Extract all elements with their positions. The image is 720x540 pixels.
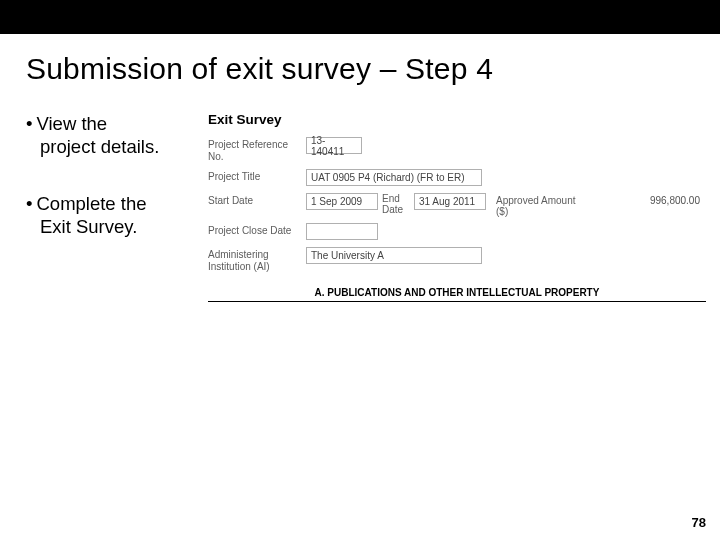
content-row: •View the project details. •Complete the… [0, 112, 720, 302]
label-project-title: Project Title [208, 169, 306, 183]
bullet-2-line1: Complete the [36, 193, 146, 214]
bullet-marker: • [26, 112, 32, 135]
form-heading: Exit Survey [208, 112, 706, 127]
field-project-ref[interactable]: 13-140411 [306, 137, 362, 154]
label-project-ref: Project Reference No. [208, 137, 306, 163]
bullet-1-line1: View the [36, 113, 107, 134]
label-close-date: Project Close Date [208, 223, 306, 237]
top-black-bar [0, 0, 720, 34]
bullet-1-line2: project details. [26, 135, 190, 158]
field-admin-institution[interactable]: The University A [306, 247, 482, 264]
field-close-date[interactable] [306, 223, 378, 240]
row-dates: Start Date 1 Sep 2009 End Date 31 Aug 20… [208, 193, 706, 217]
label-admin-institution: Administering Institution (AI) [208, 247, 306, 273]
bullet-item-2: •Complete the Exit Survey. [26, 192, 190, 238]
row-admin-institution: Administering Institution (AI) The Unive… [208, 247, 706, 273]
label-start-date: Start Date [208, 193, 306, 207]
row-project-title: Project Title UAT 0905 P4 (Richard) (FR … [208, 169, 706, 187]
page-number: 78 [692, 515, 706, 530]
field-end-date[interactable]: 31 Aug 2011 [414, 193, 486, 210]
exit-survey-form: Exit Survey Project Reference No. 13-140… [190, 112, 720, 302]
bullet-marker: • [26, 192, 32, 215]
bullet-2-line2: Exit Survey. [26, 215, 190, 238]
bullet-list: •View the project details. •Complete the… [0, 112, 190, 302]
row-close-date: Project Close Date [208, 223, 706, 241]
bullet-item-1: •View the project details. [26, 112, 190, 158]
label-approved-amount: Approved Amount ($) [486, 193, 582, 217]
label-end-date: End Date [378, 193, 414, 215]
section-a-heading: A. PUBLICATIONS AND OTHER INTELLECTUAL P… [208, 287, 706, 301]
value-approved-amount: 996,800.00 [582, 193, 706, 206]
slide-title: Submission of exit survey – Step 4 [26, 52, 720, 86]
field-project-title[interactable]: UAT 0905 P4 (Richard) (FR to ER) [306, 169, 482, 186]
field-start-date[interactable]: 1 Sep 2009 [306, 193, 378, 210]
section-divider [208, 301, 706, 302]
row-project-ref: Project Reference No. 13-140411 [208, 137, 706, 163]
